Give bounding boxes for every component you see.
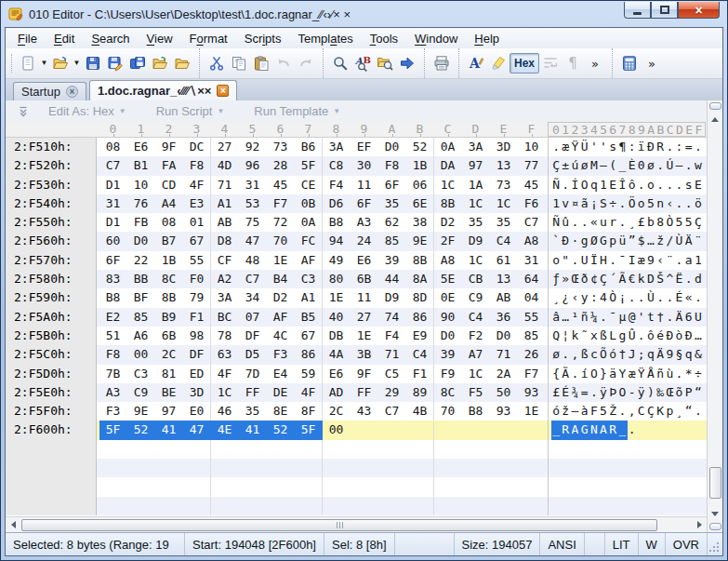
ascii-char[interactable]: 5: [674, 213, 683, 232]
ascii-char[interactable]: S: [599, 194, 608, 213]
ascii-char[interactable]: [589, 477, 599, 496]
ascii-char[interactable]: [694, 497, 703, 515]
ascii-char[interactable]: .: [637, 288, 646, 307]
hex-byte[interactable]: A3: [99, 383, 127, 402]
hex-byte[interactable]: F9: [434, 365, 462, 383]
hex-byte[interactable]: [127, 477, 155, 496]
ascii-char[interactable]: â: [551, 308, 561, 327]
ascii-char[interactable]: ¾: [570, 383, 579, 402]
hex-byte[interactable]: [183, 440, 211, 459]
hex-byte[interactable]: 0B: [295, 194, 323, 213]
hex-byte[interactable]: 31: [239, 176, 267, 194]
hex-byte[interactable]: E6: [351, 251, 378, 270]
hex-byte[interactable]: 4D: [211, 156, 239, 175]
hex-byte[interactable]: 0A: [434, 138, 462, 156]
ascii-char[interactable]: .: [655, 156, 665, 175]
ascii-char[interactable]: Ä: [674, 308, 683, 327]
ascii-char[interactable]: ^: [665, 270, 674, 288]
hex-byte[interactable]: DF: [183, 345, 211, 364]
hex-byte[interactable]: 45: [267, 176, 295, 194]
ascii-char[interactable]: [580, 497, 589, 515]
ascii-char[interactable]: ú: [570, 156, 579, 175]
ascii-char[interactable]: .: [589, 383, 599, 402]
hex-byte[interactable]: F6: [518, 194, 546, 213]
close-button[interactable]: ×: [678, 2, 720, 19]
hex-byte[interactable]: D1: [99, 176, 127, 194]
hex-byte[interactable]: 44: [378, 270, 406, 288]
ascii-char[interactable]: [674, 477, 683, 496]
hex-byte[interactable]: 59: [295, 365, 323, 383]
hex-byte[interactable]: [406, 421, 434, 439]
ascii-char[interactable]: Ö: [628, 194, 637, 213]
hex-byte[interactable]: C4: [490, 232, 518, 250]
ascii-char[interactable]: .: [674, 365, 683, 383]
hex-byte[interactable]: F4: [323, 176, 351, 194]
ascii-char[interactable]: .: [655, 288, 665, 307]
calculator-button[interactable]: [618, 52, 641, 74]
ascii-char[interactable]: /: [665, 232, 674, 250]
vertical-scroll-thumb[interactable]: [709, 467, 721, 499]
hex-byte[interactable]: E0: [183, 402, 211, 421]
hex-byte[interactable]: [239, 497, 267, 515]
copy-button[interactable]: [228, 52, 250, 74]
hex-byte[interactable]: 10: [127, 176, 155, 194]
hex-byte[interactable]: F8: [378, 156, 406, 175]
ascii-char[interactable]: [694, 440, 703, 459]
hex-byte[interactable]: 00: [127, 345, 155, 364]
ascii-char[interactable]: [628, 459, 637, 477]
ascii-char[interactable]: Ä: [684, 232, 694, 250]
hex-byte[interactable]: 30: [351, 156, 378, 175]
ascii-char[interactable]: d: [694, 270, 703, 288]
hex-byte[interactable]: A7: [462, 345, 490, 364]
hex-byte[interactable]: [378, 497, 406, 515]
hex-byte[interactable]: [239, 477, 267, 496]
hex-byte[interactable]: D6: [323, 194, 351, 213]
ascii-char[interactable]: ·: [570, 232, 579, 250]
ascii-char[interactable]: y: [580, 288, 589, 307]
hex-byte[interactable]: 13: [490, 156, 518, 175]
hex-byte[interactable]: CF: [211, 251, 239, 270]
ascii-char[interactable]: [617, 440, 627, 459]
hex-byte[interactable]: 4F: [183, 176, 211, 194]
menu-item-file[interactable]: File: [9, 29, 46, 48]
hex-byte[interactable]: CE: [295, 176, 323, 194]
hex-byte[interactable]: [490, 477, 518, 496]
ascii-char[interactable]: Ç: [599, 270, 608, 288]
hex-byte[interactable]: 0E: [434, 288, 462, 307]
ascii-char[interactable]: µ: [617, 308, 627, 327]
ascii-char[interactable]: û: [561, 213, 570, 232]
ascii-char[interactable]: U: [580, 251, 589, 270]
ascii-char[interactable]: p: [665, 402, 674, 421]
ascii-char[interactable]: [684, 459, 694, 477]
status-endianness[interactable]: LIT: [605, 533, 639, 555]
hex-byte[interactable]: 08: [155, 213, 183, 232]
ascii-char[interactable]: .: [665, 288, 674, 307]
hex-byte[interactable]: [239, 440, 267, 459]
hex-byte[interactable]: 27: [211, 138, 239, 156]
ascii-char[interactable]: ‹: [570, 288, 579, 307]
ascii-char[interactable]: C: [637, 402, 646, 421]
ascii-char[interactable]: [551, 459, 561, 477]
ascii-char[interactable]: í: [580, 365, 589, 383]
hex-byte[interactable]: 70: [434, 402, 462, 421]
ascii-char[interactable]: .: [617, 213, 627, 232]
ascii-char[interactable]: …: [694, 327, 703, 345]
ascii-char[interactable]: Õ: [599, 345, 608, 364]
ascii-char[interactable]: Ò: [608, 288, 617, 307]
ascii-char[interactable]: u: [599, 213, 608, 232]
hex-byte[interactable]: C9: [127, 383, 155, 402]
hex-byte[interactable]: [267, 497, 295, 515]
ascii-char[interactable]: [599, 440, 608, 459]
hex-byte[interactable]: A3: [351, 213, 378, 232]
ascii-char[interactable]: .: [570, 213, 579, 232]
hex-byte[interactable]: 53: [239, 194, 267, 213]
ascii-char[interactable]: [561, 497, 570, 515]
ascii-char[interactable]: Q: [551, 327, 561, 345]
hex-byte[interactable]: [518, 440, 546, 459]
ascii-char[interactable]: a: [684, 251, 694, 270]
ascii-char[interactable]: o: [646, 176, 655, 194]
hex-byte[interactable]: [295, 497, 323, 515]
hex-byte[interactable]: 7D: [239, 365, 267, 383]
hex-byte[interactable]: 47: [183, 421, 211, 439]
ascii-char[interactable]: ƒ: [551, 270, 561, 288]
